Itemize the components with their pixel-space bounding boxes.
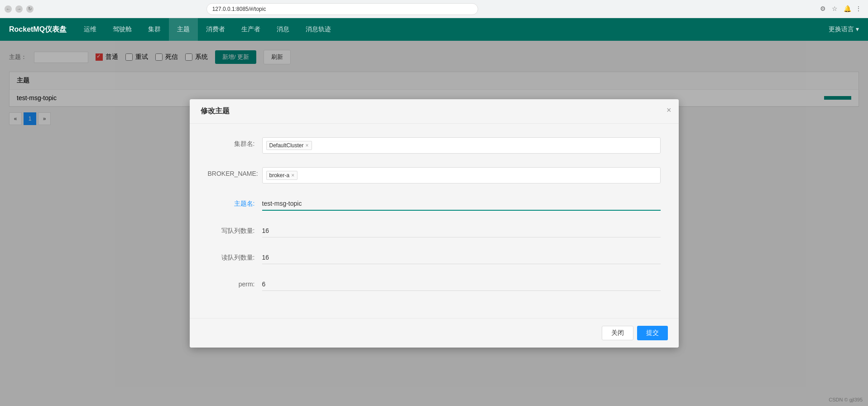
back-button[interactable]: ← bbox=[5, 5, 12, 13]
nav-item-producer[interactable]: 生产者 bbox=[233, 18, 269, 41]
nav-item-ops[interactable]: 运维 bbox=[76, 18, 105, 41]
nav-item-cluster[interactable]: 集群 bbox=[140, 18, 169, 41]
nav-item-consumer[interactable]: 消费者 bbox=[198, 18, 233, 41]
url-bar[interactable]: 127.0.0.1:8085/#/topic bbox=[206, 3, 478, 15]
nav-brand: RocketMQ仪表盘 bbox=[9, 25, 67, 34]
browser-icons: ⚙ ☆ 🔔 ⋮ bbox=[820, 5, 863, 13]
modal-overlay: 修改主题 × 集群名: DefaultCluster × BROKER_NAME… bbox=[0, 41, 868, 134]
lang-label: 更换语言 ▾ bbox=[829, 25, 859, 34]
bookmark-icon[interactable]: ☆ bbox=[832, 5, 840, 13]
nav-item-dashboard[interactable]: 驾驶舱 bbox=[105, 18, 140, 41]
url-text: 127.0.0.1:8085/#/topic bbox=[212, 6, 266, 12]
nav-item-trace[interactable]: 消息轨迹 bbox=[297, 18, 339, 41]
nav-item-topic[interactable]: 主题 bbox=[169, 18, 198, 41]
modal-header: 修改主题 × bbox=[190, 99, 679, 124]
modal-title: 修改主题 bbox=[201, 107, 230, 115]
top-nav: RocketMQ仪表盘 运维 驾驶舱 集群 主题 消费者 生产者 消息 消息轨迹… bbox=[0, 18, 868, 41]
forward-button[interactable]: → bbox=[15, 5, 23, 13]
modal-edit-topic: 修改主题 × 集群名: DefaultCluster × BROKER_NAME… bbox=[190, 99, 679, 134]
refresh-button[interactable]: ↻ bbox=[26, 5, 34, 13]
browser-bar: ← → ↻ 127.0.0.1:8085/#/topic ⚙ ☆ 🔔 ⋮ bbox=[0, 0, 868, 18]
notification-icon[interactable]: 🔔 bbox=[844, 5, 852, 13]
modal-body: 集群名: DefaultCluster × BROKER_NAME: broke… bbox=[190, 124, 679, 134]
menu-icon[interactable]: ⋮ bbox=[855, 5, 863, 13]
extension-icon[interactable]: ⚙ bbox=[820, 5, 828, 13]
nav-item-message[interactable]: 消息 bbox=[269, 18, 297, 41]
lang-switcher[interactable]: 更换语言 ▾ bbox=[829, 25, 859, 34]
modal-close-button[interactable]: × bbox=[667, 106, 671, 115]
